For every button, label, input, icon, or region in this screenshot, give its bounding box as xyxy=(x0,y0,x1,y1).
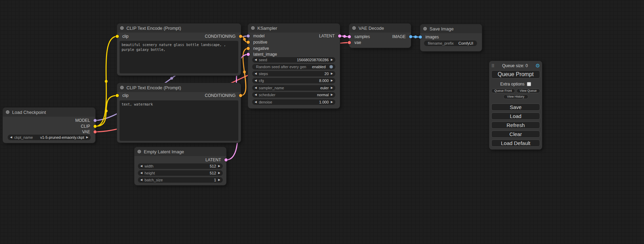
filename-prefix-widget[interactable]: filename_prefix ComfyUI xyxy=(424,40,477,46)
height-widget[interactable]: height 512 xyxy=(138,170,223,176)
node-title-bar[interactable]: CLIP Text Encode (Prompt) xyxy=(117,24,241,33)
increment-arrow-icon[interactable] xyxy=(331,93,333,96)
node-title: Load Checkpoint xyxy=(12,110,46,115)
output-slot-vae[interactable] xyxy=(94,130,97,134)
batch-size-widget[interactable]: batch_size 1 xyxy=(138,177,223,183)
node-load-checkpoint[interactable]: Load Checkpoint MODEL CLIP VAE ckpt_name… xyxy=(3,108,95,143)
drag-handle-icon[interactable] xyxy=(491,63,495,69)
scheduler-widget[interactable]: scheduler normal xyxy=(252,92,335,98)
node-graph-canvas[interactable]: Load Checkpoint MODEL CLIP VAE ckpt_name… xyxy=(0,0,644,244)
input-slot-latent-image[interactable] xyxy=(247,53,250,56)
input-label: negative xyxy=(253,46,269,51)
node-title-bar[interactable]: CLIP Text Encode (Prompt) xyxy=(117,83,241,92)
collapse-toggle-icon[interactable] xyxy=(251,26,255,30)
node-title-bar[interactable]: VAE Decode xyxy=(349,24,411,33)
decrement-arrow-icon[interactable] xyxy=(255,93,257,96)
load-button[interactable]: Load xyxy=(491,112,540,120)
widget-name: Random seed after every gen xyxy=(255,65,306,69)
node-empty-latent-image[interactable]: Empty Latent Image LATENT width 512 heig… xyxy=(134,147,226,185)
output-slot-conditioning[interactable] xyxy=(239,35,242,38)
queue-size-label: Queue size: 0 xyxy=(495,63,536,68)
node-title-bar[interactable]: KSampler xyxy=(248,24,340,33)
settings-gear-icon[interactable] xyxy=(536,63,540,69)
cfg-widget[interactable]: cfg 8.000 xyxy=(252,78,335,83)
positive-prompt-textarea[interactable]: beautiful scenery nature glass bottle la… xyxy=(120,41,238,73)
node-vae-decode[interactable]: VAE Decode samples IMAGE vae xyxy=(349,24,411,48)
save-button[interactable]: Save xyxy=(491,103,540,111)
input-slot-vae[interactable] xyxy=(348,41,351,44)
ckpt-name-widget[interactable]: ckpt_name v1-5-pruned-emaonly.ckpt xyxy=(8,135,91,140)
input-slot-samples[interactable] xyxy=(348,35,351,38)
negative-prompt-textarea[interactable]: text, watermark xyxy=(120,100,238,141)
increment-arrow-icon[interactable] xyxy=(331,72,333,75)
collapse-toggle-icon[interactable] xyxy=(120,26,124,30)
menu-header: Queue size: 0 xyxy=(491,63,540,69)
output-slot-clip[interactable] xyxy=(94,125,97,128)
width-widget[interactable]: width 512 xyxy=(138,163,223,169)
output-label: LATENT xyxy=(205,157,221,162)
seed-widget[interactable]: seed 156680208700286 xyxy=(252,57,335,63)
node-title-bar[interactable]: Save Image xyxy=(420,24,482,33)
output-slot-image[interactable] xyxy=(409,35,412,38)
load-default-button[interactable]: Load Default xyxy=(491,139,540,147)
steps-widget[interactable]: steps 20 xyxy=(252,71,335,76)
collapse-toggle-icon[interactable] xyxy=(352,26,356,30)
clear-button[interactable]: Clear xyxy=(491,130,540,138)
output-slot-latent[interactable] xyxy=(224,159,228,162)
decrement-arrow-icon[interactable] xyxy=(255,101,257,103)
collapse-toggle-icon[interactable] xyxy=(6,110,9,114)
view-history-button[interactable]: View History xyxy=(503,94,528,99)
sampler-name-widget[interactable]: sampler_name euler xyxy=(252,85,335,91)
input-slot-negative[interactable] xyxy=(247,47,250,50)
increment-arrow-icon[interactable] xyxy=(331,87,333,89)
output-label: IMAGE xyxy=(392,34,406,39)
decrement-arrow-icon[interactable] xyxy=(140,179,142,181)
increment-arrow-icon[interactable] xyxy=(331,101,333,103)
decrement-arrow-icon[interactable] xyxy=(255,72,257,75)
toggle-dot-icon[interactable] xyxy=(329,65,333,69)
queue-front-button[interactable]: Queue Front xyxy=(491,89,515,93)
increment-arrow-icon[interactable] xyxy=(331,79,333,82)
decrement-arrow-icon[interactable] xyxy=(140,165,142,168)
increment-arrow-icon[interactable] xyxy=(218,179,220,181)
increment-arrow-icon[interactable] xyxy=(218,165,220,168)
random-seed-toggle-widget[interactable]: Random seed after every gen enabled xyxy=(252,64,335,70)
decrement-arrow-icon[interactable] xyxy=(255,58,257,61)
node-title-bar[interactable]: Load Checkpoint xyxy=(3,108,95,117)
increment-arrow-icon[interactable] xyxy=(86,136,88,139)
decrement-arrow-icon[interactable] xyxy=(10,136,12,139)
output-label: CONDITIONING xyxy=(205,34,236,39)
view-queue-button[interactable]: View Queue xyxy=(517,89,540,93)
output-slot-row: MODEL xyxy=(3,118,95,123)
node-clip-text-encode-positive[interactable]: CLIP Text Encode (Prompt) clip CONDITION… xyxy=(117,24,241,75)
denoise-widget[interactable]: denoise 1.000 xyxy=(252,99,335,105)
increment-arrow-icon[interactable] xyxy=(331,58,333,61)
extra-options-checkbox[interactable] xyxy=(527,82,531,86)
refresh-button[interactable]: Refresh xyxy=(491,121,540,129)
input-slot-positive[interactable] xyxy=(247,41,250,44)
input-slot-images[interactable] xyxy=(419,36,422,39)
node-ksampler[interactable]: KSampler model LATENT positive negative … xyxy=(248,24,340,108)
collapse-toggle-icon[interactable] xyxy=(423,27,427,30)
input-slot-clip[interactable] xyxy=(116,35,119,38)
increment-arrow-icon[interactable] xyxy=(218,172,220,174)
output-slot-model[interactable] xyxy=(94,119,97,122)
decrement-arrow-icon[interactable] xyxy=(255,79,257,82)
collapse-toggle-icon[interactable] xyxy=(138,150,141,153)
widget-name: width xyxy=(144,164,153,168)
output-slot-latent[interactable] xyxy=(338,35,341,38)
collapse-toggle-icon[interactable] xyxy=(120,86,124,89)
node-clip-text-encode-negative[interactable]: CLIP Text Encode (Prompt) clip CONDITION… xyxy=(117,83,241,143)
node-save-image[interactable]: Save Image images filename_prefix ComfyU… xyxy=(420,24,482,51)
queue-menu-panel[interactable]: Queue size: 0 Queue Prompt Extra options… xyxy=(489,61,542,150)
input-slot-model[interactable] xyxy=(247,35,250,38)
input-slot-row: vae xyxy=(349,40,411,45)
queue-prompt-button[interactable]: Queue Prompt xyxy=(491,70,540,79)
spacer xyxy=(491,100,540,103)
decrement-arrow-icon[interactable] xyxy=(140,172,142,174)
input-slot-clip[interactable] xyxy=(116,94,119,97)
decrement-arrow-icon[interactable] xyxy=(255,87,257,89)
node-title-bar[interactable]: Empty Latent Image xyxy=(134,147,226,156)
output-slot-conditioning[interactable] xyxy=(239,94,242,97)
link-midpoint-dot xyxy=(243,38,246,41)
